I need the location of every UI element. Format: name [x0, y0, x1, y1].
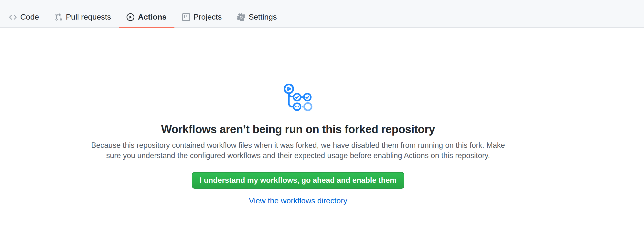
play-icon: [126, 13, 134, 21]
actions-blankslate: Workflows aren’t being run on this forke…: [0, 28, 596, 205]
tab-label-actions: Actions: [138, 13, 166, 22]
repo-tab-bar: Code Pull requests Actions Projects: [0, 0, 644, 28]
description-line-2: sure you understand the configured workf…: [106, 151, 490, 160]
view-workflows-directory-link[interactable]: View the workflows directory: [249, 196, 347, 205]
tab-settings[interactable]: Settings: [230, 0, 284, 28]
page-title: Workflows aren’t being run on this forke…: [161, 122, 435, 136]
description: Because this repository contained workfl…: [91, 140, 505, 161]
tab-label-code: Code: [20, 13, 39, 22]
gear-icon: [237, 13, 245, 21]
tab-label-pull-requests: Pull requests: [66, 13, 111, 22]
workflow-graph-icon: [284, 83, 312, 111]
tab-pull-requests[interactable]: Pull requests: [47, 0, 119, 28]
tab-projects[interactable]: Projects: [174, 0, 230, 28]
tab-code[interactable]: Code: [1, 0, 47, 28]
tab-label-settings: Settings: [248, 13, 277, 22]
tab-actions[interactable]: Actions: [119, 0, 174, 28]
code-icon: [9, 13, 17, 21]
enable-workflows-button[interactable]: I understand my workflows, go ahead and …: [192, 172, 404, 189]
pull-request-icon: [55, 13, 62, 21]
project-icon: [182, 13, 190, 21]
description-line-1: Because this repository contained workfl…: [91, 141, 505, 149]
tab-label-projects: Projects: [194, 13, 222, 22]
